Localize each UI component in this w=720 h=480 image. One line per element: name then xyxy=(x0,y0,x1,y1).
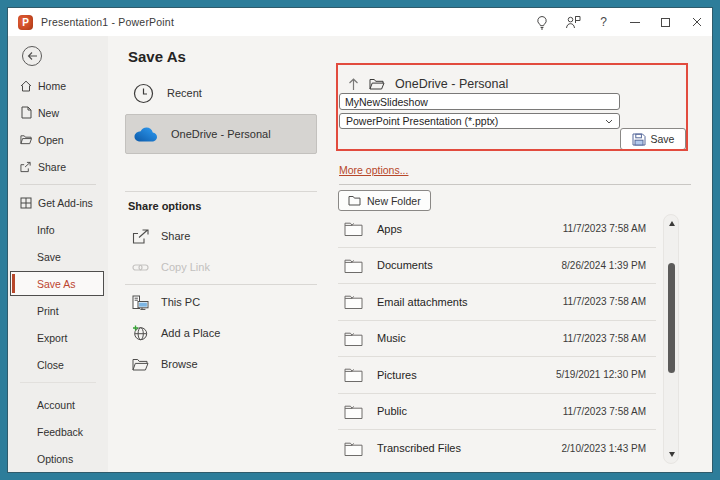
option-label: This PC xyxy=(161,296,200,308)
title-bar: P Presentation1 - PowerPoint ? xyxy=(8,8,712,36)
folder-row-public[interactable]: Public 11/7/2023 7:58 AM xyxy=(338,394,656,431)
back-arrow-icon xyxy=(27,51,38,61)
place-onedrive-personal[interactable]: OneDrive - Personal xyxy=(125,114,317,154)
folder-icon xyxy=(344,331,363,346)
option-label: Share xyxy=(161,230,190,242)
folder-list: Apps 11/7/2023 7:58 AM Documents 8/26/20… xyxy=(338,211,656,467)
save-button-label: Save xyxy=(651,133,675,145)
scroll-up-arrow-icon[interactable] xyxy=(669,221,675,226)
this-pc-icon xyxy=(131,295,149,310)
add-place-globe-icon xyxy=(131,325,149,341)
sidebar-item-home[interactable]: Home xyxy=(8,72,108,99)
folder-row-pictures[interactable]: Pictures 5/19/2021 12:30 PM xyxy=(338,357,656,394)
sidebar-item-save[interactable]: Save xyxy=(8,243,108,270)
location-browse[interactable]: Browse xyxy=(125,350,317,378)
lightbulb-icon[interactable] xyxy=(526,8,557,36)
titlebar-controls: ? xyxy=(526,8,712,36)
share-option-copy-link: Copy Link xyxy=(125,253,317,281)
location-this-pc[interactable]: This PC xyxy=(125,288,317,316)
folder-row-music[interactable]: Music 11/7/2023 7:58 AM xyxy=(338,321,656,358)
clock-icon xyxy=(133,83,154,104)
coming-soon-icon[interactable] xyxy=(557,8,588,36)
sidebar-item-close[interactable]: Close xyxy=(8,351,108,378)
sidebar-item-label: New xyxy=(38,107,59,119)
sidebar-item-options[interactable]: Options xyxy=(8,445,108,472)
sidebar-item-save-as[interactable]: Save As xyxy=(10,271,104,296)
up-one-level-button[interactable] xyxy=(348,78,359,91)
logo-letter: P xyxy=(22,17,29,28)
powerpoint-window: P Presentation1 - PowerPoint ? Home xyxy=(8,8,712,472)
share-icon xyxy=(20,161,32,173)
sidebar-item-label: Share xyxy=(38,161,66,173)
maximize-button[interactable] xyxy=(650,8,681,36)
place-recent[interactable]: Recent xyxy=(125,78,317,108)
backstage-sidebar: Home New Open Share Get Add-ins Info Sav… xyxy=(8,36,108,472)
sidebar-item-label: Open xyxy=(38,134,64,146)
new-document-icon xyxy=(20,106,32,119)
more-options-link[interactable]: More options... xyxy=(339,164,408,176)
sidebar-item-account[interactable]: Account xyxy=(8,391,108,418)
folder-icon xyxy=(344,258,363,273)
share-options-header: Share options xyxy=(125,200,317,212)
save-button[interactable]: Save xyxy=(620,128,686,150)
addins-grid-icon xyxy=(20,197,32,209)
window-title: Presentation1 - PowerPoint xyxy=(41,16,174,28)
sidebar-divider xyxy=(20,382,96,383)
save-as-page: Save As Recent OneDrive - Personal Share… xyxy=(108,36,712,472)
location-add-a-place[interactable]: Add a Place xyxy=(125,319,317,347)
breadcrumb-folder-icon xyxy=(369,78,385,90)
new-folder-icon xyxy=(348,195,361,206)
sidebar-item-open[interactable]: Open xyxy=(8,126,108,153)
home-icon xyxy=(20,80,32,92)
filetype-dropdown[interactable]: PowerPoint Presentation (*.pptx) xyxy=(339,113,620,129)
share-option-share[interactable]: Share xyxy=(125,222,317,250)
sidebar-item-print[interactable]: Print xyxy=(8,297,108,324)
sidebar-item-label: Home xyxy=(38,80,66,92)
sidebar-item-info[interactable]: Info xyxy=(8,216,108,243)
folder-icon xyxy=(344,404,363,419)
onedrive-cloud-icon xyxy=(134,127,158,142)
scroll-down-arrow-icon[interactable] xyxy=(669,452,675,457)
folder-row-apps[interactable]: Apps 11/7/2023 7:58 AM xyxy=(338,211,656,248)
filename-input[interactable] xyxy=(339,93,620,110)
sidebar-divider xyxy=(20,184,96,185)
chevron-down-icon xyxy=(605,119,613,124)
filetype-value: PowerPoint Presentation (*.pptx) xyxy=(346,115,498,127)
sidebar-item-get-addins[interactable]: Get Add-ins xyxy=(8,189,108,216)
places-column: Recent OneDrive - Personal Share options… xyxy=(125,78,317,378)
file-list-scrollbar[interactable] xyxy=(663,214,679,464)
sidebar-item-share[interactable]: Share xyxy=(8,153,108,180)
column-divider xyxy=(125,191,317,192)
browse-folder-icon xyxy=(131,358,149,371)
up-arrow-icon xyxy=(348,78,359,91)
new-folder-button[interactable]: New Folder xyxy=(338,190,431,211)
share-icon xyxy=(131,229,149,244)
sidebar-item-new[interactable]: New xyxy=(8,99,108,126)
option-label: Copy Link xyxy=(161,261,210,273)
back-button[interactable] xyxy=(22,46,42,66)
minimize-button[interactable] xyxy=(619,8,650,36)
help-icon[interactable]: ? xyxy=(588,8,619,36)
breadcrumb-location[interactable]: OneDrive - Personal xyxy=(395,77,508,91)
folder-icon xyxy=(344,441,363,456)
panel-divider xyxy=(339,184,691,185)
maximize-icon xyxy=(661,18,670,27)
folder-row-email-attachments[interactable]: Email attachments 11/7/2023 7:58 AM xyxy=(338,284,656,321)
folder-row-transcribed-files[interactable]: Transcribed Files 2/10/2023 1:43 PM xyxy=(338,430,656,467)
place-label: Recent xyxy=(167,87,202,99)
column-divider xyxy=(125,284,317,285)
option-label: Add a Place xyxy=(161,327,220,339)
sidebar-item-export[interactable]: Export xyxy=(8,324,108,351)
sidebar-item-label: Get Add-ins xyxy=(38,197,93,209)
folder-icon xyxy=(344,367,363,382)
sidebar-item-feedback[interactable]: Feedback xyxy=(8,418,108,445)
close-icon xyxy=(692,17,702,27)
breadcrumb: OneDrive - Personal xyxy=(348,76,508,92)
close-button[interactable] xyxy=(681,8,712,36)
minimize-icon xyxy=(630,22,640,23)
scrollbar-thumb[interactable] xyxy=(668,263,675,373)
copy-link-icon xyxy=(131,262,149,273)
page-title: Save As xyxy=(128,48,186,65)
option-label: Browse xyxy=(161,358,198,370)
folder-row-documents[interactable]: Documents 8/26/2024 1:39 PM xyxy=(338,248,656,285)
